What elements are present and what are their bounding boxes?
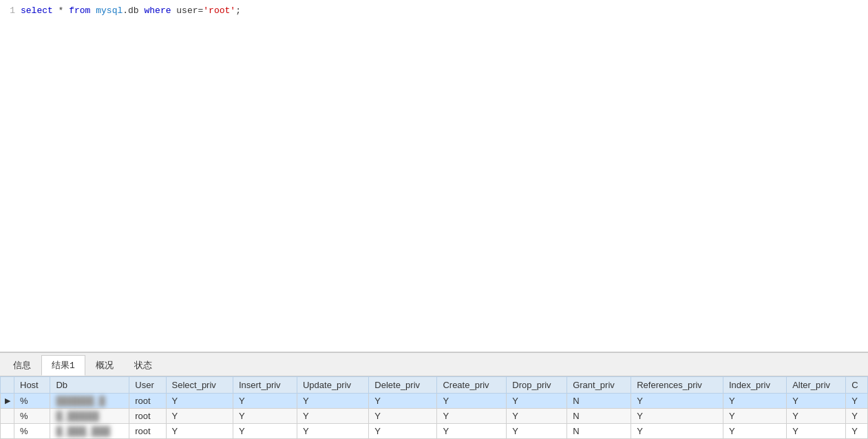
col-delete-priv: Delete_priv bbox=[369, 377, 437, 394]
cell-index-priv: Y bbox=[723, 424, 786, 439]
cell-alter-priv: Y bbox=[787, 409, 846, 424]
cell-c: Y bbox=[846, 409, 868, 424]
cell-drop-priv: Y bbox=[507, 394, 567, 409]
cell-host: % bbox=[14, 424, 50, 439]
cell-db: █_███_███ bbox=[50, 424, 129, 439]
cell-index-priv: Y bbox=[723, 394, 786, 409]
row-indicator: ▶ bbox=[1, 394, 14, 409]
col-host: Host bbox=[14, 377, 50, 394]
col-db: Db bbox=[50, 377, 129, 394]
col-indicator bbox=[1, 377, 14, 394]
cell-c: Y bbox=[846, 394, 868, 409]
cell-host: % bbox=[14, 394, 50, 409]
results-area[interactable]: Host Db User Select_priv Insert_priv Upd… bbox=[0, 376, 868, 439]
cell-insert-priv: Y bbox=[233, 409, 297, 424]
cell-alter-priv: Y bbox=[787, 394, 846, 409]
cell-delete-priv: Y bbox=[369, 409, 437, 424]
col-references-priv: References_priv bbox=[631, 377, 723, 394]
tabs-bar: 信息 结果1 概况 状态 bbox=[0, 353, 868, 376]
cell-c: Y bbox=[846, 424, 868, 439]
cell-update-priv: Y bbox=[297, 424, 368, 439]
table-row[interactable]: ▶ % ██████_█ root Y Y Y Y Y Y N Y Y Y Y bbox=[1, 394, 868, 409]
cell-db: █_█████ bbox=[50, 409, 129, 424]
results-table: Host Db User Select_priv Insert_priv Upd… bbox=[0, 376, 868, 439]
cell-insert-priv: Y bbox=[233, 424, 297, 439]
cell-user: root bbox=[129, 409, 166, 424]
cell-alter-priv: Y bbox=[787, 424, 846, 439]
col-c: C bbox=[846, 377, 868, 394]
cell-drop-priv: Y bbox=[507, 424, 567, 439]
cell-create-priv: Y bbox=[437, 424, 507, 439]
table-row[interactable]: % █_█████ root Y Y Y Y Y Y N Y Y Y Y bbox=[1, 409, 868, 424]
bottom-panel: 信息 结果1 概况 状态 Host Db User Select_priv In… bbox=[0, 352, 868, 439]
col-update-priv: Update_priv bbox=[297, 377, 368, 394]
table-row[interactable]: % █_███_███ root Y Y Y Y Y Y N Y Y Y Y bbox=[1, 424, 868, 439]
col-alter-priv: Alter_priv bbox=[787, 377, 846, 394]
col-insert-priv: Insert_priv bbox=[233, 377, 297, 394]
cell-select-priv: Y bbox=[166, 409, 233, 424]
cell-db: ██████_█ bbox=[50, 394, 129, 409]
cell-grant-priv: N bbox=[567, 394, 631, 409]
col-create-priv: Create_priv bbox=[437, 377, 507, 394]
code-content: select * from mysql.db where user='root'… bbox=[21, 6, 868, 16]
cell-references-priv: Y bbox=[631, 394, 723, 409]
cell-index-priv: Y bbox=[723, 409, 786, 424]
cell-delete-priv: Y bbox=[369, 424, 437, 439]
cell-delete-priv: Y bbox=[369, 394, 437, 409]
cell-select-priv: Y bbox=[166, 394, 233, 409]
cell-user: root bbox=[129, 424, 166, 439]
row-indicator bbox=[1, 409, 14, 424]
table-header-row: Host Db User Select_priv Insert_priv Upd… bbox=[1, 377, 868, 394]
cell-create-priv: Y bbox=[437, 394, 507, 409]
line-number: 1 bbox=[0, 6, 21, 16]
sql-editor[interactable]: 1 select * from mysql.db where user='roo… bbox=[0, 0, 868, 352]
col-index-priv: Index_priv bbox=[723, 377, 786, 394]
cell-user: root bbox=[129, 394, 166, 409]
cell-insert-priv: Y bbox=[233, 394, 297, 409]
cell-select-priv: Y bbox=[166, 424, 233, 439]
col-grant-priv: Grant_priv bbox=[567, 377, 631, 394]
cell-grant-priv: N bbox=[567, 424, 631, 439]
row-indicator bbox=[1, 424, 14, 439]
cell-update-priv: Y bbox=[297, 409, 368, 424]
col-drop-priv: Drop_priv bbox=[507, 377, 567, 394]
cell-drop-priv: Y bbox=[507, 409, 567, 424]
tab-result1[interactable]: 结果1 bbox=[41, 355, 85, 376]
tab-overview[interactable]: 概况 bbox=[85, 355, 124, 376]
cell-references-priv: Y bbox=[631, 424, 723, 439]
tab-status[interactable]: 状态 bbox=[124, 355, 162, 376]
cell-update-priv: Y bbox=[297, 394, 368, 409]
cell-grant-priv: N bbox=[567, 409, 631, 424]
cell-references-priv: Y bbox=[631, 409, 723, 424]
code-line-1: 1 select * from mysql.db where user='roo… bbox=[0, 6, 868, 19]
col-select-priv: Select_priv bbox=[166, 377, 233, 394]
tab-info[interactable]: 信息 bbox=[3, 355, 41, 376]
cell-create-priv: Y bbox=[437, 409, 507, 424]
cell-host: % bbox=[14, 409, 50, 424]
col-user: User bbox=[129, 377, 166, 394]
